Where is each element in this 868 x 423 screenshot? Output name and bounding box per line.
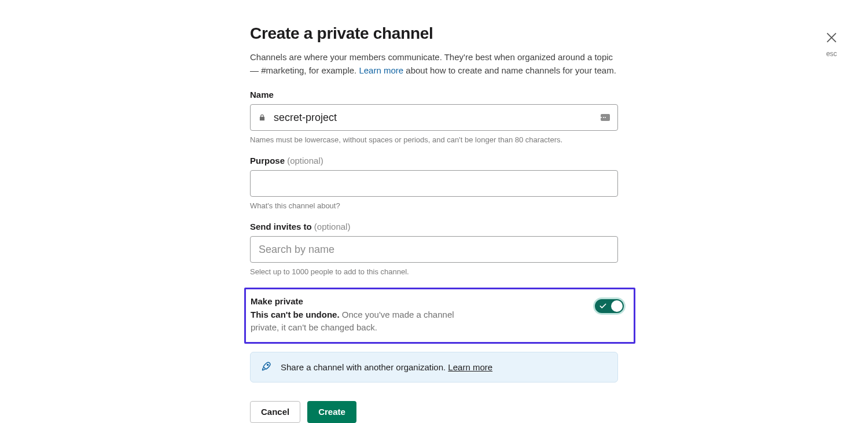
rocket-icon xyxy=(261,361,273,374)
toggle-knob xyxy=(611,300,623,312)
check-icon xyxy=(599,302,607,310)
modal-subtitle: Channels are where your members communic… xyxy=(250,51,618,77)
subtitle-post: about how to create and name channels fo… xyxy=(403,65,616,75)
close-icon xyxy=(824,30,839,47)
name-field-group: Name Names must be lowercase, without sp… xyxy=(250,90,618,144)
svg-point-0 xyxy=(267,364,269,365)
private-title: Make private xyxy=(251,296,482,306)
button-row: Cancel Create xyxy=(250,401,618,423)
invites-label: Send invites to (optional) xyxy=(250,222,618,231)
make-private-row: Make private This can't be undone. Once … xyxy=(244,288,635,344)
learn-more-link[interactable]: Learn more xyxy=(359,65,403,75)
private-description: This can't be undone. Once you've made a… xyxy=(251,308,482,334)
lock-icon xyxy=(258,113,266,122)
create-channel-modal: Create a private channel Channels are wh… xyxy=(250,24,618,423)
name-helper: Names must be lowercase, without spaces … xyxy=(250,135,618,144)
purpose-label: Purpose (optional) xyxy=(250,156,618,165)
invites-helper: Select up to 1000 people to add to this … xyxy=(250,267,618,276)
keyboard-icon xyxy=(601,114,610,121)
invites-field-group: Send invites to (optional) Select up to … xyxy=(250,222,618,276)
name-label: Name xyxy=(250,90,618,100)
esc-label: esc xyxy=(826,50,837,58)
create-button[interactable]: Create xyxy=(307,401,356,423)
invites-input[interactable] xyxy=(250,236,618,263)
close-button[interactable]: esc xyxy=(824,30,839,58)
private-text: Make private This can't be undone. Once … xyxy=(251,296,482,334)
share-banner: Share a channel with another organizatio… xyxy=(250,352,618,382)
purpose-optional: (optional) xyxy=(287,156,323,165)
cancel-button[interactable]: Cancel xyxy=(250,401,300,423)
invites-optional: (optional) xyxy=(314,222,351,231)
private-warn-bold: This can't be undone. xyxy=(251,310,340,319)
channel-name-input[interactable] xyxy=(250,104,618,131)
share-text: Share a channel with another organizatio… xyxy=(281,362,492,372)
purpose-input[interactable] xyxy=(250,170,618,197)
purpose-field-group: Purpose (optional) What's this channel a… xyxy=(250,156,618,210)
modal-title: Create a private channel xyxy=(250,24,618,43)
purpose-helper: What's this channel about? xyxy=(250,201,618,210)
make-private-toggle[interactable] xyxy=(593,297,626,315)
share-learn-more-link[interactable]: Learn more xyxy=(448,362,492,372)
